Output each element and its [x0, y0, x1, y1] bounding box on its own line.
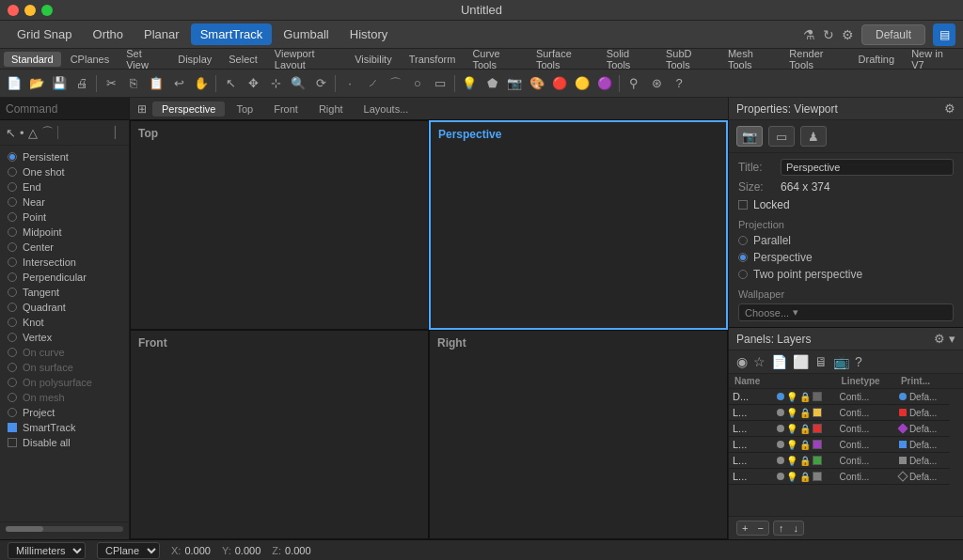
vp-tab-front[interactable]: Front: [264, 101, 308, 117]
arrow-icon[interactable]: ↖: [6, 126, 16, 140]
tab-cplanes[interactable]: CPlanes: [63, 52, 118, 67]
osmode-end[interactable]: End: [0, 179, 129, 194]
line-icon[interactable]: ⟋: [362, 73, 383, 94]
minimize-button[interactable]: [24, 5, 36, 16]
osmode-quadrant[interactable]: Quadrant: [0, 300, 129, 315]
osmode-onsurface[interactable]: On surface: [0, 360, 129, 375]
osmode-center[interactable]: Center: [0, 240, 129, 255]
osmode-knot[interactable]: Knot: [0, 315, 129, 330]
tab-display[interactable]: Display: [170, 52, 219, 67]
viewport-perspective[interactable]: Perspective: [429, 120, 728, 330]
tab-subdtools[interactable]: SubD Tools: [658, 49, 718, 70]
layer-down-button[interactable]: ↓: [788, 521, 803, 535]
close-button[interactable]: [8, 5, 19, 16]
layers-box-icon[interactable]: ⬜: [793, 354, 809, 369]
menu-gumball[interactable]: Gumball: [274, 23, 338, 45]
layer-remove-button[interactable]: −: [752, 521, 767, 535]
rectangle-icon[interactable]: ▭: [430, 73, 450, 94]
osmode-oncurve[interactable]: On curve: [0, 345, 129, 360]
copy-icon[interactable]: ⎘: [123, 73, 144, 94]
view-type-camera[interactable]: 📷: [736, 126, 763, 147]
layer-color-1[interactable]: [813, 408, 822, 417]
layer-bulb-2[interactable]: 💡: [786, 424, 797, 434]
light-icon[interactable]: 💡: [459, 73, 480, 94]
osmode-midpoint[interactable]: Midpoint: [0, 225, 129, 240]
sidebar-toggle[interactable]: ▤: [933, 23, 955, 46]
menu-smarttrack[interactable]: SmartTrack: [191, 23, 273, 45]
vp-tab-top[interactable]: Top: [227, 101, 262, 117]
osmode-persistent[interactable]: Persistent: [0, 149, 129, 164]
vp-tab-right[interactable]: Right: [309, 101, 353, 117]
select-icon[interactable]: ↖: [220, 73, 241, 94]
menu-planar[interactable]: Planar: [134, 23, 189, 45]
material-icon[interactable]: ⬟: [482, 73, 502, 94]
tab-curvetools[interactable]: Curve Tools: [465, 49, 527, 70]
open-icon[interactable]: 📂: [26, 73, 47, 94]
tab-drafting[interactable]: Drafting: [851, 52, 903, 67]
camera-icon[interactable]: 📷: [504, 73, 525, 94]
layer-row-0[interactable]: D... 💡 🔒 Conti...: [729, 389, 963, 405]
tab-meshtools[interactable]: Mesh Tools: [720, 49, 780, 70]
color-icon[interactable]: 🔴: [549, 73, 570, 94]
osmode-disableall[interactable]: Disable all: [0, 435, 129, 450]
osmode-smarttrack[interactable]: SmartTrack: [0, 420, 129, 435]
move-icon[interactable]: ✥: [243, 73, 263, 94]
layer-row-3[interactable]: L... 💡 🔒 Conti...: [729, 437, 963, 453]
pan-icon[interactable]: ⊹: [265, 73, 286, 94]
snap2-icon[interactable]: ⊛: [646, 73, 667, 94]
layers-doc-icon[interactable]: 📄: [771, 354, 787, 369]
cplane-select[interactable]: CPlane: [97, 542, 160, 559]
paste-icon[interactable]: 📋: [146, 73, 166, 94]
viewport-front[interactable]: Front: [130, 330, 429, 539]
render-icon[interactable]: 🎨: [527, 73, 547, 94]
layer-bulb-0[interactable]: 💡: [786, 392, 797, 402]
layer-lock-2[interactable]: 🔒: [799, 424, 811, 434]
layer-row-5[interactable]: L... 💡 🔒 Conti...: [729, 469, 963, 485]
layers-star-icon[interactable]: ☆: [753, 354, 766, 369]
osmode-oneshot[interactable]: One shot: [0, 164, 129, 179]
rotate-icon[interactable]: ⟳: [310, 73, 331, 94]
tab-select[interactable]: Select: [221, 52, 265, 67]
arc-icon[interactable]: ⌒: [385, 73, 405, 94]
dot-icon[interactable]: •: [20, 126, 24, 140]
cut-icon[interactable]: ✂: [101, 73, 121, 94]
layer-color-4[interactable]: [813, 456, 822, 465]
osmode-perpendicular[interactable]: Perpendicular: [0, 270, 129, 285]
title-input[interactable]: [781, 159, 954, 176]
osmode-project[interactable]: Project: [0, 405, 129, 420]
layers-gear-button[interactable]: ⚙ ▾: [934, 332, 955, 346]
layer-color-2[interactable]: [813, 424, 822, 433]
tab-rendertools[interactable]: Render Tools: [781, 49, 848, 70]
layer-bulb-3[interactable]: 💡: [786, 440, 797, 450]
units-select[interactable]: Millimeters: [8, 542, 86, 559]
layer-color-0[interactable]: [813, 392, 822, 401]
layer-lock-3[interactable]: 🔒: [799, 440, 811, 450]
command-input[interactable]: [0, 98, 129, 120]
layer-row-1[interactable]: L... 💡 🔒 Conti...: [729, 405, 963, 421]
layer-bulb-1[interactable]: 💡: [786, 408, 797, 418]
view-type-person[interactable]: ♟: [800, 126, 827, 147]
layer-bulb-4[interactable]: 💡: [786, 456, 797, 466]
layer-row-2[interactable]: L... 💡 🔒 Conti...: [729, 421, 963, 437]
menu-gridsnap[interactable]: Grid Snap: [8, 23, 82, 45]
props-gear-button[interactable]: ⚙: [944, 101, 955, 116]
menu-history[interactable]: History: [340, 23, 397, 45]
osmode-intersection[interactable]: Intersection: [0, 255, 129, 270]
tab-viewportlayout[interactable]: Viewport Layout: [267, 49, 345, 70]
new-icon[interactable]: 📄: [4, 73, 24, 94]
layer-color-3[interactable]: [813, 440, 822, 449]
wallpaper-choose[interactable]: Choose... ▾: [738, 303, 954, 321]
redo-icon[interactable]: ✋: [191, 73, 212, 94]
projection-twopoint[interactable]: Two point perspective: [738, 268, 954, 281]
save-icon[interactable]: 💾: [49, 73, 70, 94]
layers-monitor-icon[interactable]: 📺: [833, 354, 849, 369]
texture-icon[interactable]: 🟡: [572, 73, 592, 94]
tab-visibility[interactable]: Visibility: [347, 52, 400, 67]
tab-standard[interactable]: Standard: [4, 52, 61, 67]
vp-tab-layouts[interactable]: Layouts...: [355, 101, 418, 117]
layer-lock-1[interactable]: 🔒: [799, 408, 811, 418]
vp-tab-perspective[interactable]: Perspective: [152, 101, 225, 117]
viewport-grid-icon[interactable]: ⊞: [134, 101, 150, 117]
tab-solidtools[interactable]: Solid Tools: [599, 49, 656, 70]
tab-transform[interactable]: Transform: [402, 52, 464, 67]
